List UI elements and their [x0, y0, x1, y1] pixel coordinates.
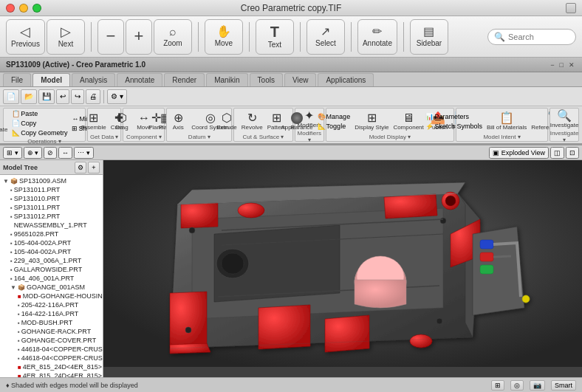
tree-item[interactable]: ▼📦SP131009.ASM	[0, 176, 103, 185]
tree-item[interactable]: ▪NEWASSEMBLY_1.PRT	[0, 221, 103, 230]
view-more-btn[interactable]: ⋯ ▾	[74, 147, 94, 159]
tree-expand-btn[interactable]: +	[88, 162, 100, 173]
model-tree-list[interactable]: ▼📦SP131009.ASM ▪SP131011.PRT ▪SP131010.P…	[0, 175, 103, 377]
tree-settings-btn[interactable]: ⚙	[75, 162, 86, 173]
svg-rect-12	[480, 252, 493, 261]
visibility-btn[interactable]: ⊡	[566, 147, 579, 159]
search-input[interactable]	[508, 32, 575, 41]
tree-item[interactable]: ▪105-404-002A.PRT	[0, 247, 103, 256]
manage-appearance-btn[interactable]: 🎨Manage	[316, 112, 352, 121]
new-btn[interactable]: 📄	[3, 89, 19, 104]
copy-btn[interactable]: 📄Copy	[10, 119, 69, 128]
tree-item[interactable]: ▪95651028.PRT	[0, 230, 103, 238]
appearance-btn[interactable]: Appearance	[279, 111, 314, 131]
tree-item[interactable]: ▪GALLAROWSIDE.PRT	[0, 265, 103, 274]
move-button[interactable]: ✋ Move	[205, 19, 243, 55]
regenerate-btn[interactable]: ⟳ Regenerate	[0, 114, 9, 134]
minimize-button[interactable]	[19, 4, 28, 13]
app-minimize[interactable]: −	[549, 61, 555, 69]
tree-item[interactable]: ▪164_406_001A.PRT	[0, 274, 103, 283]
tab-applications[interactable]: Applications	[318, 73, 374, 86]
tree-item[interactable]: ▪164-422-116A.PRT	[0, 309, 103, 318]
app-title: SP131009 (Active) - Creo Parametric 1.0	[6, 61, 146, 69]
3d-viewport[interactable]	[103, 160, 582, 377]
operations-label: Operations ▾	[27, 138, 61, 145]
search-box[interactable]: 🔍	[487, 29, 576, 45]
view-orient-btn[interactable]: ⊕ ▾	[24, 147, 43, 159]
zoom-button[interactable]: ⌕ Zoom	[154, 19, 192, 55]
named-view-btn[interactable]: ⊞ ▾	[3, 147, 22, 159]
text-button[interactable]: T Text	[256, 19, 294, 55]
tree-item[interactable]: ▪205-422-116A.PRT	[0, 300, 103, 309]
tab-tools[interactable]: Tools	[250, 73, 283, 86]
app-restore[interactable]: □	[558, 61, 565, 69]
status-view-btn[interactable]: ⊞	[491, 380, 504, 391]
redo-btn[interactable]: ↪	[71, 89, 84, 104]
svg-rect-13	[480, 265, 493, 274]
parameters-btn[interactable]: 📊Parameters	[424, 112, 484, 121]
tree-item[interactable]: ▪SP131010.PRT	[0, 194, 103, 203]
plane-btn[interactable]: ✛ Plane	[146, 111, 166, 131]
pan-btn[interactable]: ↔	[58, 147, 72, 159]
tree-item[interactable]: ▪SP131012.PRT	[0, 212, 103, 221]
sketch-symbols-btn[interactable]: ⚡Sketch Symbols	[424, 122, 484, 131]
select-button[interactable]: ↗ Select	[307, 19, 345, 55]
component-view-btn[interactable]: 🖥 Component	[391, 111, 425, 131]
investigate-group: 🔍 Investigate Investigate ▾	[550, 108, 579, 142]
tree-item[interactable]: ▼📦GOANGE_001ASM	[0, 283, 103, 292]
tab-file[interactable]: File	[3, 73, 31, 86]
sidebar-button[interactable]: ▤ Sidebar	[410, 19, 448, 55]
tree-item[interactable]: ▪GOHANGE-COVER.PRT	[0, 336, 103, 345]
revolve-btn[interactable]: ↻ Revolve	[240, 111, 264, 131]
toggle-rib-btn[interactable]: 📐Toggle	[316, 122, 352, 131]
tab-manikin[interactable]: Manikin	[206, 73, 247, 86]
tab-view[interactable]: View	[284, 73, 317, 86]
close-button[interactable]	[6, 4, 15, 13]
tree-item[interactable]: ▪SP131011.PRT	[0, 185, 103, 194]
explode-btn[interactable]: ▣ Exploded View	[489, 147, 549, 159]
app-close[interactable]: ✕	[567, 61, 576, 69]
tree-item[interactable]: ■4ER_815_24D<4ER_815> PRT	[0, 371, 103, 377]
tree-item[interactable]: ▪GOHANGE-RACK.PRT	[0, 327, 103, 336]
tree-item[interactable]: ▪SP131011.PRT	[0, 203, 103, 212]
status-orient-btn[interactable]: ◎	[510, 380, 524, 391]
zoom-out-button[interactable]: −	[97, 19, 124, 55]
extrude-btn[interactable]: ⬡ Extrude	[215, 111, 239, 131]
tree-item[interactable]: ▪229_403_006A_1.PRT	[0, 256, 103, 265]
tree-item[interactable]: ▪44618-04<COPPER-CRUSH-WASHERS	[0, 354, 103, 362]
svg-point-7	[185, 327, 191, 333]
main-content: Model Tree ⚙ + ▼📦SP131009.ASM ▪SP131011.…	[0, 160, 582, 377]
paste-btn[interactable]: 📋Paste	[10, 109, 69, 118]
save-btn[interactable]: 💾	[38, 89, 55, 104]
tab-render[interactable]: Render	[164, 73, 205, 86]
settings-btn[interactable]: ⚙ ▾	[107, 89, 127, 104]
previous-button[interactable]: ◁ Previous	[6, 19, 45, 55]
open-btn[interactable]: 📂	[21, 89, 37, 104]
axis-btn[interactable]: ⊕ Axis	[168, 111, 188, 131]
tab-model[interactable]: Model	[32, 73, 70, 86]
tree-item[interactable]: ▪44618-04<COPPER-CRUSH-WASHERS	[0, 345, 103, 354]
investigate-btn[interactable]: 🔍 Investigate	[549, 109, 581, 129]
undo-btn[interactable]: ↩	[56, 89, 69, 104]
tab-annotate[interactable]: Annotate	[117, 73, 162, 86]
bill-of-materials-btn[interactable]: 📋 Bill of Materials	[485, 111, 528, 131]
tree-item[interactable]: ■4ER_815_24D<4ER_815> PRT	[0, 362, 103, 371]
annotate-button[interactable]: ✏ Annotate	[357, 19, 397, 55]
layers-btn[interactable]: ◫	[550, 147, 564, 159]
status-camera-btn[interactable]: 📷	[530, 380, 545, 391]
display-style-btn[interactable]: ⊞ Display Style	[353, 111, 390, 131]
assemble-btn[interactable]: ⊞ Assemble	[79, 111, 108, 131]
next-button[interactable]: ▷ Next	[47, 19, 85, 55]
fullscreen-button[interactable]	[566, 3, 576, 13]
tab-analysis[interactable]: Analysis	[72, 73, 115, 86]
maximize-button[interactable]	[32, 4, 41, 13]
tree-item[interactable]: ■MOD-GOHANGE-HOUSING.PRT	[0, 292, 103, 300]
zoom-in-button[interactable]: +	[126, 19, 152, 55]
print-btn[interactable]: 🖨	[86, 89, 100, 104]
tree-item[interactable]: ▪MOD-BUSH.PRT	[0, 318, 103, 327]
smart-btn[interactable]: Smart	[551, 380, 576, 391]
tree-item[interactable]: ▪105-404-002A.PRT	[0, 238, 103, 247]
drag-btn[interactable]: ⬡ Drag	[112, 111, 132, 131]
zoom-view-btn[interactable]: ⊘	[44, 147, 57, 159]
geom-btn[interactable]: 📐Copy Geometry	[10, 128, 69, 137]
